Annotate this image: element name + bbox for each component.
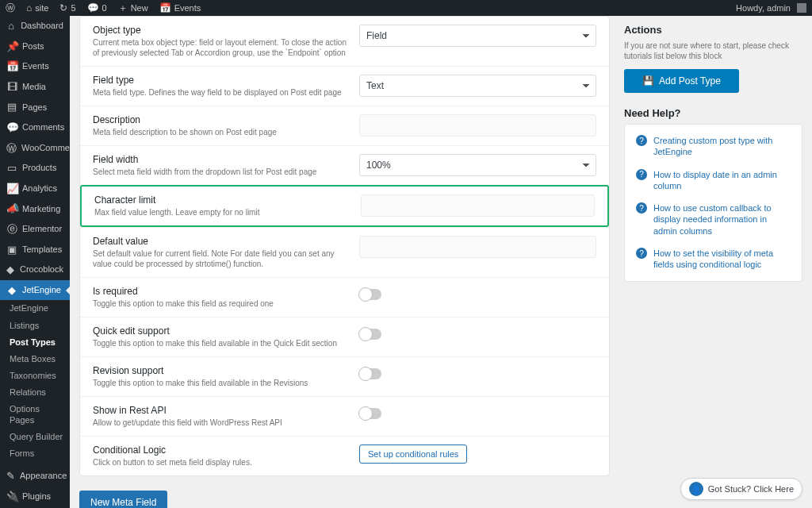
menu-icon: ◆ [6, 284, 17, 297]
menu-label: JetEngine [10, 303, 48, 314]
admin-sidebar: ⌂Dashboard📌Posts📅Events🎞Media▤Pages💬Comm… [0, 16, 70, 508]
menu-post-types[interactable]: Post Types [0, 334, 70, 351]
help-link[interactable]: How to display date in an admin column [653, 169, 791, 192]
field-row-revision-support: Revision supportToggle this option to ma… [80, 356, 609, 396]
admin-bar: ⓦ⌂site↻5💬0＋New📅Events Howdy, admin [0, 0, 812, 16]
help-link[interactable]: Creating custom post type with JetEngine [653, 135, 791, 158]
field-input[interactable] [359, 236, 596, 258]
menu-media[interactable]: 🎞Media [0, 77, 70, 98]
field-row-character-limit: Character limitMax field value length. L… [80, 185, 609, 227]
adminbar-item-5[interactable]: 📅Events [154, 3, 207, 13]
menu-label: JetEngine [22, 285, 61, 295]
avatar [797, 3, 806, 13]
menu-crocoblock[interactable]: ◆Crocoblock [0, 260, 70, 280]
field-title: Quick edit support [93, 325, 347, 337]
menu-dashboard[interactable]: ⌂Dashboard [0, 16, 70, 37]
menu-icon: ◆ [6, 264, 15, 276]
adminbar-icon: ↻ [59, 3, 67, 13]
menu-pages[interactable]: ▤Pages [0, 97, 70, 117]
menu-forms[interactable]: Forms [0, 445, 70, 462]
add-post-type-button[interactable]: 💾 Add Post Type [624, 69, 739, 93]
help-badge-icon: 👤 [689, 482, 703, 496]
adminbar-item-4[interactable]: ＋New [113, 3, 154, 13]
help-link[interactable]: How to use custom callback to display ne… [653, 202, 791, 237]
menu-analytics[interactable]: 📈Analytics [0, 179, 70, 199]
menu-icon: Ⓦ [6, 142, 17, 155]
menu-label: Templates [22, 244, 62, 255]
field-input[interactable] [361, 194, 595, 217]
actions-note: If you are not sure where to start, plea… [624, 40, 802, 61]
conditional-rules-button[interactable]: Set up conditional rules [359, 444, 467, 464]
field-row-is-required: Is requiredToggle this option to make th… [80, 277, 609, 317]
menu-label: Media [22, 82, 46, 92]
field-row-description: DescriptionMeta field description to be … [80, 106, 609, 145]
field-row-conditional-logic: Conditional LogicClick on button to set … [80, 436, 609, 475]
field-desc: Max field value length. Leave empty for … [94, 207, 348, 217]
adminbar-icon: 💬 [87, 3, 99, 13]
howdy-text: Howdy, admin [736, 3, 791, 13]
field-title: Default value [93, 236, 347, 247]
menu-marketing[interactable]: 📣Marketing [0, 198, 70, 219]
menu-events[interactable]: 📅Events [0, 56, 70, 77]
menu-label: Pages [22, 102, 47, 113]
got-stuck-button[interactable]: 👤 Got Stuck? Click Here [680, 478, 802, 500]
menu-label: Crocoblock [20, 264, 63, 275]
field-select[interactable]: Field [359, 25, 596, 47]
menu-icon: 📅 [6, 60, 17, 73]
menu-meta-boxes[interactable]: Meta Boxes [0, 351, 70, 368]
field-input[interactable] [359, 114, 596, 137]
menu-label: Posts [22, 41, 44, 52]
menu-woocommerce[interactable]: ⓌWooCommerce [0, 138, 70, 159]
field-row-default-value: Default valueSet default value for curre… [80, 227, 609, 277]
adminbar-label: site [35, 3, 48, 13]
help-link[interactable]: How to set the visibility of meta fields… [653, 248, 791, 271]
field-toggle[interactable] [359, 329, 381, 340]
field-desc: Current meta box object type: field or l… [93, 37, 347, 58]
field-title: Revision support [93, 365, 347, 376]
help-item-2: ?How to use custom callback to display n… [625, 197, 802, 242]
menu-appearance[interactable]: ✎Appearance [0, 466, 70, 487]
menu-label: Taxonomies [10, 371, 56, 381]
field-select[interactable]: 100% [359, 154, 596, 176]
menu-templates[interactable]: ▣Templates [0, 240, 70, 260]
menu-label: Events [22, 61, 49, 71]
menu-icon: 💬 [6, 121, 17, 134]
menu-query-builder[interactable]: Query Builder [0, 429, 70, 445]
main-content: Object typeCurrent meta box object type:… [79, 16, 610, 508]
help-icon: ? [636, 202, 647, 214]
howdy[interactable]: Howdy, admin [730, 3, 812, 13]
field-desc: Click on button to set meta field displa… [93, 457, 347, 468]
adminbar-item-2[interactable]: ↻5 [54, 3, 81, 13]
menu-posts[interactable]: 📌Posts [0, 37, 70, 57]
menu-elementor[interactable]: ⓔElementor [0, 219, 70, 240]
menu-products[interactable]: ▭Products [0, 158, 70, 179]
actions-title: Actions [624, 24, 802, 36]
adminbar-icon: ⓦ [6, 3, 15, 13]
menu-label: Options Pages [10, 404, 63, 425]
field-row-field-type: Field typeMeta field type. Defines the w… [80, 66, 609, 106]
save-icon: 💾 [642, 75, 654, 87]
field-title: Description [93, 114, 347, 125]
menu-comments[interactable]: 💬Comments [0, 117, 70, 138]
field-toggle[interactable] [359, 289, 381, 300]
adminbar-item-1[interactable]: ⌂site [21, 3, 54, 13]
field-title: Character limit [94, 194, 348, 206]
menu-listings[interactable]: Listings [0, 318, 70, 334]
adminbar-item-0[interactable]: ⓦ [0, 3, 21, 13]
menu-plugins[interactable]: 🔌Plugins [0, 487, 70, 507]
menu-jetengine[interactable]: JetEngine [0, 300, 70, 317]
help-item-3: ?How to set the visibility of meta field… [625, 242, 802, 276]
menu-relations[interactable]: Relations [0, 384, 70, 401]
field-select[interactable]: Text [359, 75, 596, 97]
help-icon: ? [636, 248, 647, 259]
field-title: Is required [93, 286, 347, 297]
field-toggle[interactable] [359, 368, 381, 379]
menu-label: Meta Boxes [10, 354, 56, 364]
new-meta-field-button[interactable]: New Meta Field [79, 491, 167, 508]
menu-options-pages[interactable]: Options Pages [0, 401, 70, 428]
adminbar-item-3[interactable]: 💬0 [82, 3, 113, 13]
menu-taxonomies[interactable]: Taxonomies [0, 368, 70, 384]
menu-icon: ⌂ [6, 20, 16, 33]
menu-jetengine[interactable]: ◆JetEngine [0, 280, 70, 301]
field-toggle[interactable] [359, 408, 381, 419]
